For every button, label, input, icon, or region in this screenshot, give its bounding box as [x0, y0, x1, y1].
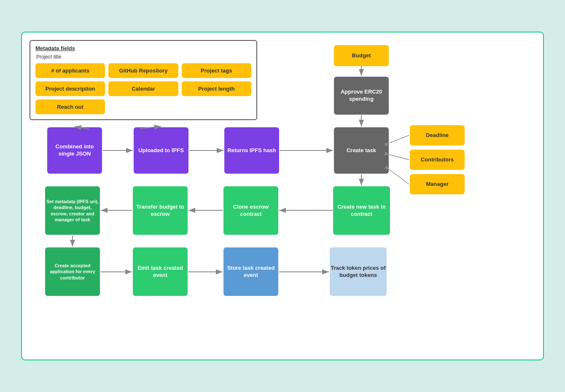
- returns-ipfs-label: Returns IPFS hash: [227, 147, 276, 154]
- set-metadata-node: Set metadata (IPFS uri), deadline, budge…: [45, 186, 100, 235]
- create-new-task-node: Create new task in contract: [333, 186, 390, 235]
- combined-json-label: Combined into single JSON: [47, 143, 102, 158]
- set-metadata-label: Set metadata (IPFS uri), deadline, budge…: [45, 199, 100, 223]
- returns-ipfs-node: Returns IPFS hash: [224, 127, 279, 174]
- approve-erc20-label: Approve ERC20 spending: [334, 89, 389, 103]
- create-task-label: Create task: [347, 147, 376, 154]
- store-task-label: Store task created event: [223, 265, 278, 279]
- create-new-task-label: Create new task in contract: [333, 204, 390, 218]
- field-reachout: Reach out: [35, 99, 105, 114]
- contributors-node: Contributors: [410, 150, 465, 170]
- track-token-label: Track token prices of budget tokens: [330, 265, 387, 279]
- combined-json-node: Combined into single JSON: [47, 127, 102, 174]
- field-tags: Project tags: [182, 63, 251, 78]
- create-accepted-label: Create accepted application for every co…: [45, 263, 100, 281]
- create-task-node: Create task: [334, 127, 389, 174]
- field-calendar: Calendar: [108, 81, 178, 96]
- metadata-subtitle: Project title: [36, 54, 251, 60]
- store-task-node: Store task created event: [223, 247, 278, 296]
- metadata-label: Metadata fields: [35, 45, 251, 51]
- field-length: Project length: [182, 81, 251, 96]
- clone-escrow-node: Clone escrow contract: [223, 186, 278, 235]
- emit-task-node: Emit task created event: [133, 247, 188, 296]
- transfer-budget-label: Transfer budget to escrow: [133, 204, 188, 218]
- transfer-budget-node: Transfer budget to escrow: [133, 186, 188, 235]
- metadata-box: Metadata fields Project title # of appli…: [30, 40, 257, 120]
- clone-escrow-label: Clone escrow contract: [223, 204, 278, 218]
- deadline-node: Deadline: [410, 125, 465, 145]
- contributors-label: Contributors: [421, 156, 454, 164]
- svg-line-9: [390, 135, 409, 143]
- uploaded-ipfs-node: Uploaded to IPFS: [134, 127, 188, 174]
- svg-line-11: [390, 170, 409, 184]
- budget-label: Budget: [352, 52, 371, 59]
- create-accepted-node: Create accepted application for every co…: [45, 247, 100, 296]
- uploaded-ipfs-label: Uploaded to IPFS: [138, 147, 184, 154]
- approve-erc20-node: Approve ERC20 spending: [334, 77, 389, 115]
- metadata-grid: # of applicants GitHub Repository Projec…: [35, 63, 251, 114]
- manager-label: Manager: [426, 181, 448, 188]
- deadline-label: Deadline: [426, 132, 449, 139]
- field-description: Project description: [35, 81, 105, 96]
- field-github: GitHub Repository: [108, 63, 178, 78]
- svg-line-10: [390, 155, 409, 160]
- manager-node: Manager: [410, 174, 465, 194]
- field-applicants: # of applicants: [35, 63, 105, 78]
- emit-task-label: Emit task created event: [133, 265, 188, 279]
- track-token-node: Track token prices of budget tokens: [330, 247, 387, 296]
- budget-node: Budget: [334, 45, 389, 66]
